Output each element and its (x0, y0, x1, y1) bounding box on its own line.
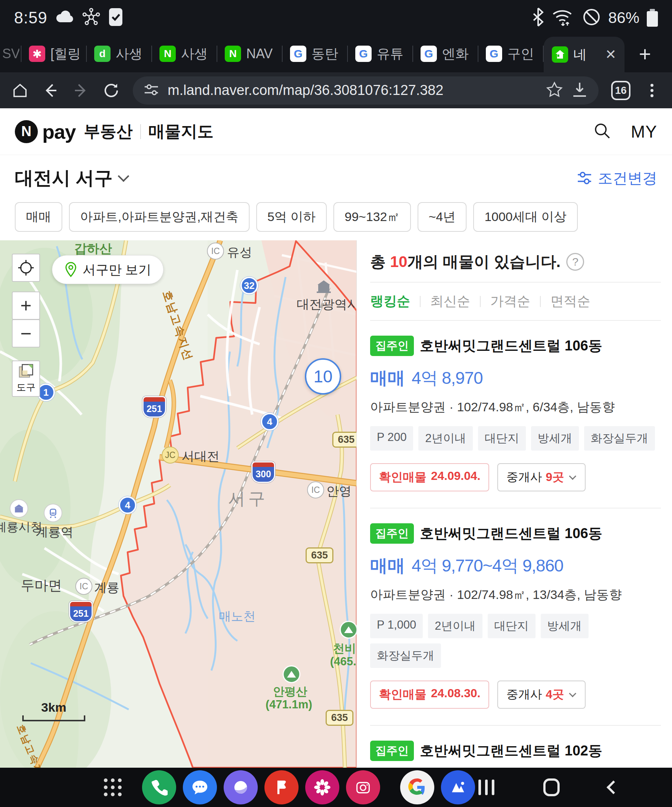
zoom-in-button[interactable]: + (12, 292, 40, 320)
sort-price[interactable]: 가격순 (490, 292, 530, 311)
browser-tab-0[interactable]: ✱ [힐링 (22, 35, 87, 72)
condition-change-button[interactable]: 조건변경 (576, 168, 657, 188)
new-tab-button[interactable]: + (624, 35, 665, 72)
listing-title: 호반써밋그랜드센트럴 102동 (420, 741, 602, 760)
city-hall-icon (316, 278, 332, 295)
confirmed-listing-box: 확인매물 24.09.04. (370, 463, 489, 492)
url-text[interactable]: m.land.naver.com/map/36.3081076:127.382 (168, 82, 538, 98)
listing-tag: 2년이내 (418, 426, 473, 451)
browser-tab-active[interactable]: 네 ✕ (544, 37, 624, 72)
recents-key-icon[interactable] (478, 780, 494, 795)
messages-app-icon[interactable] (183, 770, 217, 804)
divider (140, 124, 141, 139)
ic-marker-icon: IC (207, 242, 224, 260)
home-icon[interactable] (11, 81, 29, 100)
close-tab-icon[interactable]: ✕ (605, 47, 616, 62)
naver-n-favicon: N (225, 46, 241, 62)
my-menu[interactable]: MY (631, 122, 657, 142)
daangn-d-favicon: d (94, 46, 111, 62)
map-label-mountain3: 안평산 (273, 684, 307, 699)
weather-cloud-icon (55, 10, 74, 26)
sort-area[interactable]: 면적순 (550, 292, 591, 311)
map-tools-button[interactable]: 도구 (12, 360, 40, 397)
browser-tab-1[interactable]: d 사생 (87, 35, 152, 72)
show-only-region-button[interactable]: 서구만 보기 (52, 255, 164, 284)
browser-tab-7[interactable]: G 구인 (478, 35, 544, 72)
zoom-out-button[interactable]: − (12, 319, 40, 347)
screen: 8:59 (0, 0, 672, 807)
clock: 8:59 (14, 8, 48, 27)
download-icon[interactable] (571, 81, 588, 100)
result-count: 10 (390, 253, 408, 271)
browser-tab-6[interactable]: G 엔화 (413, 35, 478, 72)
red-flag-app-icon[interactable] (264, 770, 299, 804)
google-app-icon[interactable] (400, 770, 434, 804)
map-label-yuseong: 유성 (227, 244, 252, 261)
listing-card[interactable]: 집주인 호반써밋그랜드센트럴 106동 매매 4억 8,970 아파트분양권 ·… (370, 321, 661, 508)
owner-badge: 집주인 (370, 523, 414, 544)
listing-card[interactable]: 집주인 호반써밋그랜드센트럴 106동 매매 4억 9,770~4억 9,860… (370, 508, 661, 726)
google-g-favicon: G (421, 46, 437, 62)
home-key-icon[interactable] (543, 779, 560, 796)
page-title: 매물지도 (148, 121, 214, 143)
ic-marker-icon: IC (307, 482, 324, 498)
help-icon[interactable]: ? (566, 253, 584, 271)
url-bar[interactable]: m.land.naver.com/map/36.3081076:127.382 (133, 76, 599, 105)
browser-tab-partial[interactable]: SV (0, 35, 22, 72)
browser-tab-4[interactable]: G 동탄 (283, 35, 348, 72)
listing-card[interactable]: 집주인 호반써밋그랜드센트럴 102동 매매 4억 9,270 아파트분양권 ·… (370, 726, 661, 768)
map-label-mountain2: 천비산 (333, 641, 357, 656)
reload-icon[interactable] (102, 81, 120, 100)
owner-badge: 집주인 (370, 335, 414, 356)
filter-chip-trade[interactable]: 매매 (15, 202, 62, 232)
agent-count-dropdown[interactable]: 중개사 9곳 (497, 463, 586, 492)
listing-cluster-marker[interactable]: 10 (305, 358, 341, 395)
filter-chip-type[interactable]: 아파트,아파트분양권,재건축 (69, 202, 250, 232)
blue-peaks-app-icon[interactable] (441, 770, 475, 804)
route-shield-635: 635 (305, 547, 334, 563)
app-drawer-button[interactable] (104, 779, 122, 796)
sort-newest[interactable]: 최신순 (430, 292, 470, 311)
chevron-down-icon (569, 473, 576, 480)
wifi-icon (552, 7, 575, 28)
tab-counter[interactable]: 16 (611, 81, 631, 100)
filter-chips: 매매 아파트,아파트분양권,재건축 5억 이하 99~132㎡ ~4년 1000… (0, 202, 672, 232)
browser-tab-3[interactable]: N NAV (217, 35, 283, 72)
listing-tag: 대단지 (488, 614, 536, 638)
region-selector[interactable]: 대전시 서구 (15, 166, 113, 191)
samsung-internet-app-icon[interactable] (224, 770, 258, 804)
menu-kebab-icon[interactable] (643, 81, 661, 100)
naver-pay-logo[interactable]: N pay 부동산 (15, 120, 133, 143)
filter-chip-households[interactable]: 1000세대 이상 (473, 202, 577, 232)
listing-tag: 화장실두개 (584, 426, 655, 451)
route-shield-300: 300 (251, 462, 275, 483)
do-not-disturb-icon (582, 8, 601, 28)
bookmark-star-icon[interactable] (546, 81, 563, 100)
map-canvas[interactable]: 갑하산 (468.7m) IC 유성 32 대전광역시 251 호남고속지선 J… (0, 240, 357, 768)
trade-type: 매매 (370, 366, 405, 390)
filter-chip-price[interactable]: 5억 이하 (256, 202, 327, 232)
browser-tab-5[interactable]: G 유튜 (348, 35, 413, 72)
search-icon[interactable] (593, 122, 612, 142)
back-icon[interactable] (41, 81, 59, 100)
forward-icon[interactable] (72, 81, 90, 100)
phone-app-icon[interactable] (142, 770, 176, 804)
listing-tag: 방세개 (531, 426, 579, 451)
route-shield-635: 635 (325, 710, 353, 726)
back-key-icon[interactable] (607, 780, 621, 794)
agent-count-dropdown[interactable]: 중개사 4곳 (497, 681, 586, 709)
flower-app-icon[interactable] (305, 770, 339, 804)
chevron-down-icon (569, 690, 576, 697)
locate-me-button[interactable] (12, 254, 40, 282)
sort-ranking[interactable]: 랭킹순 (370, 292, 410, 311)
listing-details: 아파트분양권 · 102/74.98㎡, 6/34층, 남동향 (370, 399, 661, 416)
filter-chip-area[interactable]: 99~132㎡ (334, 202, 411, 232)
route-shield-4: 4 (261, 413, 279, 430)
route-shield-251: 251 (143, 396, 166, 418)
status-bar: 8:59 (0, 0, 672, 35)
filter-chip-age[interactable]: ~4년 (418, 202, 467, 232)
battery-percent: 86% (608, 9, 639, 27)
site-settings-icon[interactable] (143, 81, 159, 100)
browser-tab-2[interactable]: N 사생 (152, 35, 217, 72)
camera-app-icon[interactable] (346, 770, 380, 804)
